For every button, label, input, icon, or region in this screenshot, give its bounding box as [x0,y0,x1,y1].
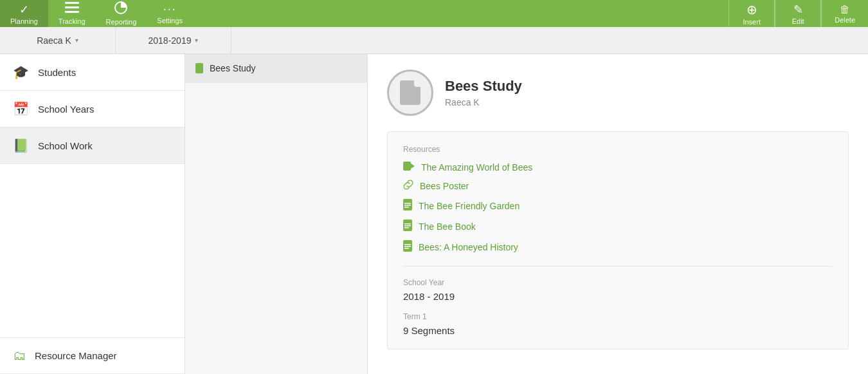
students-icon: 🎓 [13,64,29,80]
link-icon [403,180,413,192]
svg-rect-15 [404,244,411,245]
svg-rect-1 [65,6,79,8]
delete-label: Delete [835,16,855,24]
toolbar-settings[interactable]: ··· Settings [147,0,193,27]
middle-item-label: Bees Study [210,63,256,73]
subject-info: Bees Study Raeca K [445,78,522,108]
resource-item[interactable]: Bees: A Honeyed History [403,240,833,254]
tracking-icon [65,2,79,17]
content-panel: Bees Study Raeca K Resources The Amazing… [368,54,868,374]
resource-item[interactable]: Bees Poster [403,180,833,192]
svg-rect-4 [403,162,411,171]
resource-item[interactable]: The Amazing World of Bees [403,162,833,173]
school-work-icon: 📗 [13,138,29,153]
year-dropdown[interactable]: 2018-2019 ▾ [116,27,231,53]
doc-icon [403,199,412,213]
insert-icon: ⊕ [746,2,757,17]
svg-rect-0 [65,2,79,4]
toolbar-tracking[interactable]: Tracking [48,0,96,27]
subject-header: Bees Study Raeca K [387,70,849,116]
insert-group: ⊕ Insert [728,0,774,27]
avatar-inner [400,80,420,105]
toolbar: ✓ Planning Tracking Reporting ··· Settin… [0,0,868,27]
sidebar-school-work-label: School Work [38,140,93,151]
term-value: 9 Segments [403,325,833,336]
resource-label: Bees Poster [420,181,469,191]
school-years-icon: 📅 [13,101,29,117]
resource-label: The Amazing World of Bees [421,162,532,173]
toolbar-reporting-label: Reporting [106,18,137,26]
planning-icon: ✓ [19,3,29,17]
resources-label: Resources [403,145,833,154]
main-layout: 🎓 Students 📅 School Years 📗 School Work … [0,54,868,374]
sidebar: 🎓 Students 📅 School Years 📗 School Work … [0,54,185,374]
insert-label: Insert [743,18,761,26]
resource-item[interactable]: The Bee Book [403,220,833,234]
svg-rect-12 [404,225,411,227]
video-icon [403,162,415,173]
school-year-value: 2018 - 2019 [403,291,833,302]
sidebar-item-school-work[interactable]: 📗 School Work [0,127,185,164]
doc-icon [403,240,412,254]
svg-rect-16 [404,246,411,247]
filter-bar: Raeca K ▾ 2018-2019 ▾ [0,27,868,54]
edit-group: ✎ Edit [775,0,820,27]
student-dropdown-label: Raeca K [37,35,71,46]
item-icon [195,63,203,73]
resource-item[interactable]: The Bee Friendly Garden [403,199,833,213]
svg-rect-9 [404,207,409,208]
edit-icon: ✎ [793,3,803,17]
sidebar-item-resource-manager[interactable]: 🗂 Resource Manager [0,338,185,374]
doc-icon [403,220,412,234]
svg-marker-5 [411,164,415,169]
delete-icon: 🗑 [840,4,850,15]
delete-button[interactable]: 🗑 Delete [822,0,868,27]
settings-icon: ··· [163,3,177,16]
student-dropdown[interactable]: Raeca K ▾ [0,27,116,53]
subject-student: Raeca K [445,97,522,108]
toolbar-right: ⊕ Insert ✎ Edit 🗑 Delete [728,0,868,27]
toolbar-reporting[interactable]: Reporting [96,0,147,27]
school-year-label: School Year [403,278,833,287]
year-dropdown-label: 2018-2019 [149,35,192,46]
resource-label: The Bee Friendly Garden [419,201,520,211]
toolbar-left: ✓ Planning Tracking Reporting ··· Settin… [0,0,193,27]
svg-rect-13 [404,227,409,229]
sidebar-item-school-years[interactable]: 📅 School Years [0,91,185,127]
svg-rect-8 [404,205,411,206]
student-dropdown-arrow: ▾ [75,37,78,44]
sidebar-school-years-label: School Years [38,104,95,115]
divider [403,266,833,266]
list-item[interactable]: Bees Study [185,54,367,83]
svg-rect-7 [404,203,411,204]
subject-title: Bees Study [445,78,522,95]
reporting-icon [114,1,127,17]
sidebar-students-label: Students [38,67,76,78]
svg-rect-11 [404,223,411,225]
insert-button[interactable]: ⊕ Insert [729,0,774,27]
info-card: Resources The Amazing World of Bees Bees… [387,131,849,350]
toolbar-tracking-label: Tracking [59,17,86,25]
toolbar-planning-label: Planning [10,17,38,25]
resource-label: Bees: A Honeyed History [419,242,518,252]
edit-label: Edit [792,17,804,25]
toolbar-settings-label: Settings [157,17,183,24]
year-dropdown-arrow: ▾ [195,37,198,44]
svg-rect-2 [65,11,79,13]
resource-label: The Bee Book [419,221,476,232]
sidebar-resource-manager-label: Resource Manager [35,350,117,361]
term-label: Term 1 [403,312,833,321]
delete-group: 🗑 Delete [821,0,868,27]
resource-manager-icon: 🗂 [13,348,26,363]
avatar [387,70,433,116]
edit-button[interactable]: ✎ Edit [775,0,820,27]
sidebar-item-students[interactable]: 🎓 Students [0,54,185,91]
svg-rect-17 [404,248,409,249]
middle-panel: Bees Study [185,54,368,374]
toolbar-planning[interactable]: ✓ Planning [0,0,48,27]
